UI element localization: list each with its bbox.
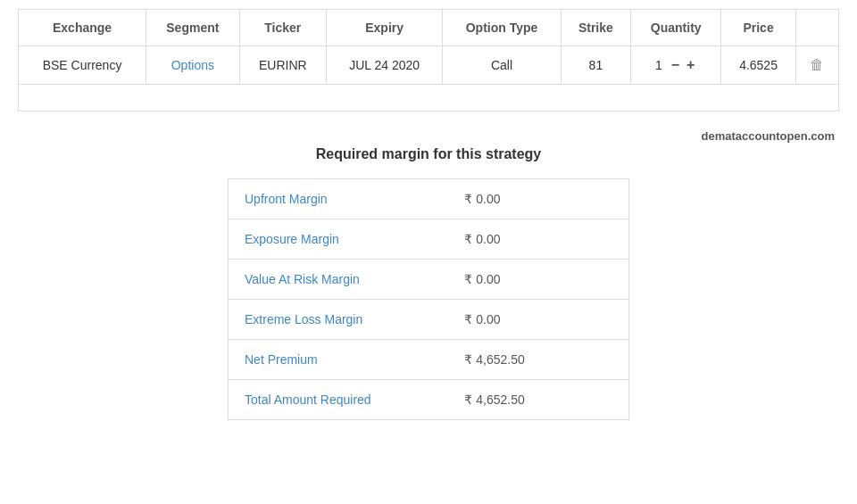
quantity-controls: − + <box>670 58 697 72</box>
margin-row: Upfront Margin₹ 0.00 <box>229 179 629 219</box>
margin-label: Total Amount Required <box>229 380 449 420</box>
margin-value: ₹ 0.00 <box>448 179 628 219</box>
margin-value: ₹ 0.00 <box>448 260 628 300</box>
option-type-cell: Call <box>443 46 562 85</box>
col-header-quantity: Quantity <box>630 10 720 46</box>
margin-label: Exposure Margin <box>229 219 449 260</box>
col-header-exchange: Exchange <box>19 10 146 46</box>
quantity-cell: 1 − + <box>630 46 720 85</box>
margin-table-wrapper: Upfront Margin₹ 0.00Exposure Margin₹ 0.0… <box>18 178 839 420</box>
col-header-ticker: Ticker <box>239 10 326 46</box>
strike-cell: 81 <box>561 46 630 85</box>
col-header-segment: Segment <box>146 10 240 46</box>
margin-row: Total Amount Required₹ 4,652.50 <box>229 380 629 420</box>
col-header-expiry: Expiry <box>327 10 443 46</box>
margin-value: ₹ 0.00 <box>448 219 628 260</box>
margin-row: Net Premium₹ 4,652.50 <box>229 340 629 380</box>
margin-value: ₹ 0.00 <box>448 300 628 340</box>
delete-row-button[interactable]: 🗑 <box>810 57 824 73</box>
segment-cell: Options <box>146 46 240 85</box>
margin-value: ₹ 4,652.50 <box>448 380 628 420</box>
exchange-cell: BSE Currency <box>19 46 146 85</box>
margin-label: Upfront Margin <box>229 179 449 219</box>
margin-label: Net Premium <box>229 340 449 380</box>
margin-label: Value At Risk Margin <box>229 260 449 300</box>
margin-row: Extreme Loss Margin₹ 0.00 <box>229 300 629 340</box>
quantity-value: 1 <box>655 58 662 72</box>
quantity-increment-button[interactable]: + <box>685 58 696 72</box>
expiry-cell: JUL 24 2020 <box>327 46 443 85</box>
col-header-strike: Strike <box>561 10 630 46</box>
delete-cell: 🗑 <box>795 46 838 85</box>
price-cell: 4.6525 <box>721 46 795 85</box>
positions-table: Exchange Segment Ticker Expiry Option Ty… <box>18 9 839 112</box>
col-header-actions <box>795 10 838 46</box>
margin-section-title: Required margin for this strategy <box>18 146 839 162</box>
margin-value: ₹ 4,652.50 <box>448 340 628 380</box>
margin-row: Exposure Margin₹ 0.00 <box>229 219 629 260</box>
brand-watermark: demataccountopen.com <box>18 129 839 143</box>
col-header-option-type: Option Type <box>443 10 562 46</box>
col-header-price: Price <box>721 10 795 46</box>
margin-row: Value At Risk Margin₹ 0.00 <box>229 260 629 300</box>
empty-row <box>19 85 839 112</box>
quantity-decrement-button[interactable]: − <box>670 58 681 72</box>
margin-table: Upfront Margin₹ 0.00Exposure Margin₹ 0.0… <box>228 178 629 420</box>
table-row: BSE Currency Options EURINR JUL 24 2020 … <box>19 46 839 85</box>
ticker-cell: EURINR <box>239 46 326 85</box>
margin-label: Extreme Loss Margin <box>229 300 449 340</box>
